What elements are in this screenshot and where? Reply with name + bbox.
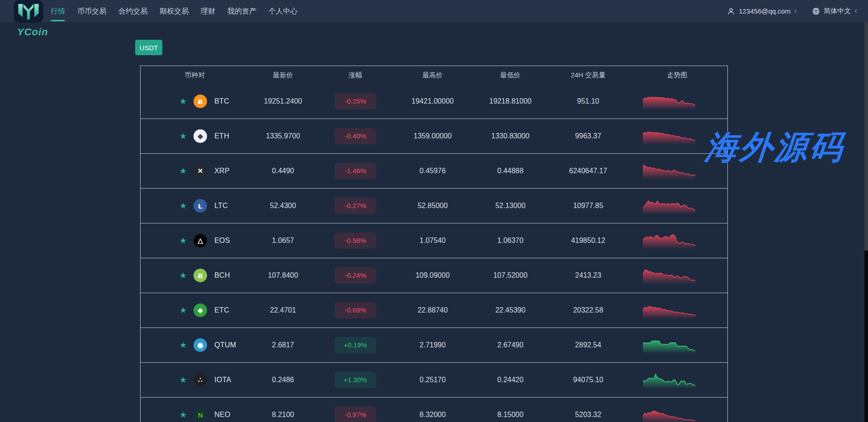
trend-sparkline bbox=[642, 335, 696, 355]
table-row-qtum[interactable]: ★◉QTUM2.6817+0.19%2.719902.674902892.54 bbox=[141, 328, 727, 363]
pair-cell: ★∴IOTA bbox=[141, 373, 249, 387]
change-cell: -1.46% bbox=[317, 163, 394, 179]
user-account-menu[interactable]: 123456@qq.com ‹ bbox=[727, 7, 797, 15]
trend-sparkline bbox=[642, 161, 696, 181]
trend-cell bbox=[619, 126, 719, 146]
volume-cell: 2413.23 bbox=[549, 271, 627, 280]
chevron-icon: ‹ bbox=[854, 7, 857, 14]
nav-item-6[interactable]: 个人中心 bbox=[269, 0, 297, 22]
nav-item-3[interactable]: 期权交易 bbox=[160, 0, 189, 22]
favorite-star-icon[interactable]: ★ bbox=[179, 341, 187, 349]
favorite-star-icon[interactable]: ★ bbox=[179, 132, 187, 140]
volume-cell: 20322.58 bbox=[549, 306, 627, 314]
change-cell: +0.19% bbox=[317, 337, 394, 353]
brand-name: YCoin bbox=[17, 26, 48, 38]
volume-cell: 5203.32 bbox=[549, 411, 627, 419]
scrollbar-thumb[interactable] bbox=[864, 22, 868, 251]
nav-item-5[interactable]: 我的资产 bbox=[227, 0, 256, 22]
favorite-star-icon[interactable]: ★ bbox=[179, 376, 187, 384]
nav-item-4[interactable]: 理财 bbox=[201, 0, 215, 22]
table-header-row: 币种对最新价涨幅最高价最低价24H 交易量走势图 bbox=[141, 66, 727, 84]
table-row-neo[interactable]: ★NNEO8.2100-0.97%8.320008.150005203.32 bbox=[141, 398, 727, 422]
last-price-cell: 1.0657 bbox=[249, 237, 317, 245]
tab-usdt[interactable]: USDT bbox=[135, 40, 162, 55]
language-menu[interactable]: 简体中文 ‹ bbox=[812, 7, 857, 15]
change-badge: -0.25% bbox=[335, 93, 376, 109]
low-price-cell: 52.13000 bbox=[472, 202, 549, 210]
ycoin-logo-icon[interactable] bbox=[14, 0, 43, 23]
high-price-cell: 0.25170 bbox=[394, 376, 472, 384]
last-price-cell: 0.2486 bbox=[249, 376, 317, 384]
eos-coin-icon: △ bbox=[193, 234, 207, 247]
change-badge: -0.97% bbox=[335, 407, 376, 422]
favorite-star-icon[interactable]: ★ bbox=[179, 202, 187, 210]
change-badge: +1.30% bbox=[335, 372, 376, 388]
eth-coin-icon: ◆ bbox=[193, 129, 207, 143]
trend-cell bbox=[619, 196, 719, 216]
column-header-1: 最新价 bbox=[249, 71, 317, 80]
pair-symbol: LTC bbox=[214, 202, 228, 210]
bch-coin-icon: Ƀ bbox=[193, 269, 207, 282]
low-price-cell: 22.45390 bbox=[472, 306, 549, 314]
table-row-btc[interactable]: ★ɃBTC19251.2400-0.25%19421.0000019218.81… bbox=[141, 84, 727, 119]
table-row-etc[interactable]: ★◆ETC22.4701-0.69%22.8874022.4539020322.… bbox=[141, 293, 727, 328]
change-cell: -0.58% bbox=[317, 232, 394, 249]
high-price-cell: 0.45976 bbox=[394, 167, 472, 175]
nav-item-0[interactable]: 行情 bbox=[51, 0, 65, 22]
change-badge: -0.27% bbox=[335, 198, 376, 214]
last-price-cell: 8.2100 bbox=[249, 411, 317, 419]
last-price-cell: 2.6817 bbox=[249, 341, 317, 349]
pair-cell: ★NNEO bbox=[141, 408, 249, 422]
pair-cell: ★ɃBTC bbox=[141, 95, 249, 108]
pair-symbol: XRP bbox=[214, 167, 230, 175]
last-price-cell: 1335.9700 bbox=[249, 132, 317, 140]
volume-cell: 951.10 bbox=[549, 97, 627, 105]
table-row-eos[interactable]: ★△EOS1.0657-0.58%1.075401.06370419850.12 bbox=[141, 223, 727, 258]
high-price-cell: 1.07540 bbox=[394, 237, 472, 245]
favorite-star-icon[interactable]: ★ bbox=[179, 97, 187, 105]
nav-menu: 行情币币交易合约交易期权交易理财我的资产个人中心 bbox=[51, 0, 297, 22]
change-badge: -0.24% bbox=[335, 267, 376, 284]
table-row-iota[interactable]: ★∴IOTA0.2486+1.30%0.251700.2442094075.10 bbox=[141, 363, 727, 398]
change-badge: -0.58% bbox=[335, 232, 376, 249]
iota-coin-icon: ∴ bbox=[193, 373, 207, 387]
pair-cell: ★◉QTUM bbox=[141, 338, 249, 352]
low-price-cell: 1.06370 bbox=[472, 237, 549, 245]
trend-cell bbox=[619, 91, 719, 111]
change-cell: -0.69% bbox=[317, 302, 394, 318]
table-row-ltc[interactable]: ★ŁLTC52.4300-0.27%52.8500052.1300010977.… bbox=[141, 189, 727, 223]
pair-cell: ★ɃBCH bbox=[141, 269, 249, 282]
pair-cell: ★△EOS bbox=[141, 234, 249, 247]
nav-item-2[interactable]: 合约交易 bbox=[118, 0, 147, 22]
etc-coin-icon: ◆ bbox=[193, 303, 207, 317]
low-price-cell: 2.67490 bbox=[472, 341, 549, 349]
user-icon bbox=[727, 7, 735, 15]
page-scrollbar[interactable] bbox=[864, 22, 868, 422]
column-header-2: 涨幅 bbox=[317, 71, 394, 80]
favorite-star-icon[interactable]: ★ bbox=[179, 306, 187, 314]
high-price-cell: 2.71990 bbox=[394, 341, 472, 349]
high-price-cell: 22.88740 bbox=[394, 306, 472, 314]
trend-cell bbox=[619, 300, 719, 320]
volume-cell: 6240647.17 bbox=[549, 167, 627, 175]
qtum-coin-icon: ◉ bbox=[193, 338, 207, 352]
favorite-star-icon[interactable]: ★ bbox=[179, 411, 187, 419]
last-price-cell: 52.4300 bbox=[249, 202, 317, 210]
high-price-cell: 1359.00000 bbox=[394, 132, 472, 140]
low-price-cell: 0.24420 bbox=[472, 376, 549, 384]
volume-cell: 94075.10 bbox=[549, 376, 627, 384]
change-cell: -0.25% bbox=[317, 93, 394, 109]
trend-sparkline bbox=[642, 266, 696, 285]
table-row-xrp[interactable]: ★✕XRP0.4490-1.46%0.459760.448886240647.1… bbox=[141, 154, 727, 189]
favorite-star-icon[interactable]: ★ bbox=[179, 271, 187, 280]
last-price-cell: 0.4490 bbox=[249, 167, 317, 175]
favorite-star-icon[interactable]: ★ bbox=[179, 237, 187, 245]
globe-icon bbox=[812, 7, 820, 15]
table-row-eth[interactable]: ★◆ETH1335.9700-0.40%1359.000001330.83000… bbox=[141, 119, 727, 154]
trend-cell bbox=[619, 370, 719, 390]
nav-item-1[interactable]: 币币交易 bbox=[77, 0, 106, 22]
trend-sparkline bbox=[642, 196, 696, 216]
last-price-cell: 107.8400 bbox=[249, 271, 317, 280]
favorite-star-icon[interactable]: ★ bbox=[179, 167, 187, 175]
table-row-bch[interactable]: ★ɃBCH107.8400-0.24%109.09000107.52000241… bbox=[141, 258, 727, 293]
